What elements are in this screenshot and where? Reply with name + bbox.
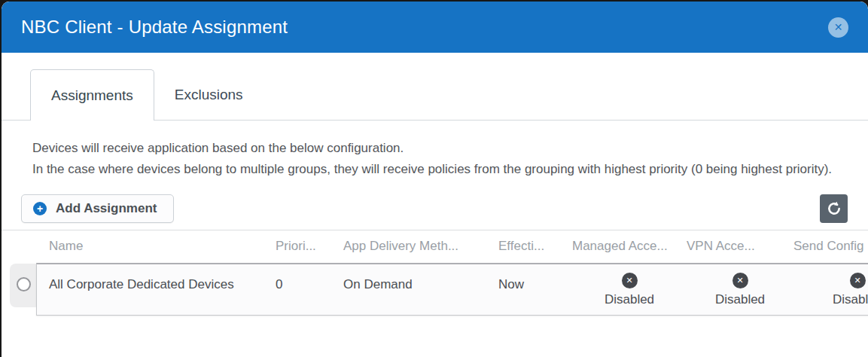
close-x-glyph: ✕ xyxy=(834,21,843,33)
column-header-vpn-access: VPN Acce... xyxy=(687,239,793,254)
dialog-titlebar: NBC Client - Update Assignment ✕ xyxy=(2,2,868,53)
circle-x-icon: ✕ xyxy=(850,273,866,288)
row-radio-button[interactable] xyxy=(17,277,31,291)
table-header-row: Name Priori... App Delivery Meth... Effe… xyxy=(2,230,868,262)
tab-exclusions[interactable]: Exclusions xyxy=(154,70,263,120)
cell-priority: 0 xyxy=(276,264,343,315)
managed-access-status: Disabled xyxy=(605,292,654,307)
update-assignment-dialog: NBC Client - Update Assignment ✕ Assignm… xyxy=(2,2,868,357)
assignment-description: Devices will receive application based o… xyxy=(32,138,845,180)
cell-effective: Now xyxy=(498,264,572,315)
column-header-priority: Priori... xyxy=(276,239,343,254)
cell-name: All Corporate Dedicated Devices xyxy=(49,264,276,315)
refresh-button[interactable] xyxy=(820,194,848,223)
table-row[interactable]: All Corporate Dedicated Devices 0 On Dem… xyxy=(36,263,868,316)
circle-x-icon: ✕ xyxy=(622,273,638,288)
cell-send-config: ✕ Disabled xyxy=(793,264,868,315)
table-body: All Corporate Dedicated Devices 0 On Dem… xyxy=(2,262,868,318)
tab-bar: Assignments Exclusions xyxy=(2,70,868,121)
column-header-managed-access: Managed Acce... xyxy=(572,239,687,254)
refresh-icon xyxy=(827,201,842,216)
circle-x-icon: ✕ xyxy=(732,273,748,288)
cell-managed-access: ✕ Disabled xyxy=(572,264,687,315)
assignment-toolbar: + Add Assignment xyxy=(21,194,848,223)
plus-circle-icon: + xyxy=(33,202,47,215)
column-header-effective: Effecti... xyxy=(498,239,572,254)
tab-assignments[interactable]: Assignments xyxy=(30,69,154,121)
plus-glyph: + xyxy=(37,203,43,214)
close-icon[interactable]: ✕ xyxy=(828,17,848,38)
cell-vpn-access: ✕ Disabled xyxy=(687,264,793,315)
column-header-send-config: Send Config xyxy=(793,239,868,254)
column-header-app-delivery-method: App Delivery Meth... xyxy=(343,239,498,254)
add-assignment-label: Add Assignment xyxy=(56,201,157,216)
vpn-access-status: Disabled xyxy=(715,292,765,307)
description-line-2: In the case where devices belong to mult… xyxy=(32,159,845,180)
tab-assignments-label: Assignments xyxy=(51,87,133,104)
cell-app-delivery-method: On Demand xyxy=(343,264,498,315)
x-glyph: ✕ xyxy=(854,276,860,285)
send-config-status: Disabled xyxy=(833,292,868,307)
assignments-table: Name Priori... App Delivery Meth... Effe… xyxy=(2,230,868,318)
description-line-1: Devices will receive application based o… xyxy=(32,138,845,159)
x-glyph: ✕ xyxy=(626,276,632,285)
add-assignment-button[interactable]: + Add Assignment xyxy=(21,194,174,223)
tab-exclusions-label: Exclusions xyxy=(175,87,243,103)
x-glyph: ✕ xyxy=(736,276,743,285)
dialog-title: NBC Client - Update Assignment xyxy=(21,17,288,38)
column-header-name: Name xyxy=(49,239,276,254)
